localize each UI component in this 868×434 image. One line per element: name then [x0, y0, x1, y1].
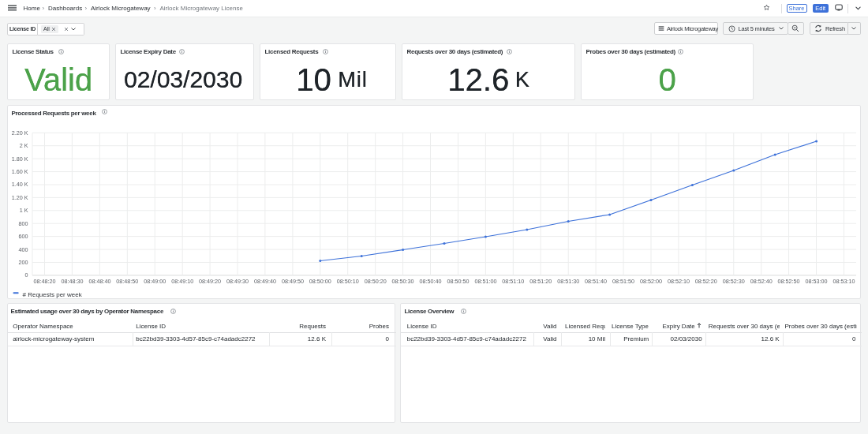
svg-text:08:51:40: 08:51:40: [585, 278, 607, 285]
svg-text:08:52:10: 08:52:10: [668, 278, 690, 285]
svg-text:08:52:40: 08:52:40: [750, 278, 773, 285]
svg-text:08:49:10: 08:49:10: [171, 278, 193, 285]
svg-text:08:51:50: 08:51:50: [612, 278, 634, 285]
svg-text:08:52:20: 08:52:20: [695, 278, 717, 285]
svg-text:08:50:40: 08:50:40: [420, 278, 442, 285]
svg-text:08:52:00: 08:52:00: [640, 278, 662, 285]
svg-text:08:48:20: 08:48:20: [34, 278, 56, 285]
svg-text:1.80 K: 1.80 K: [12, 155, 28, 163]
svg-text:08:48:50: 08:48:50: [116, 278, 138, 285]
svg-text:200: 200: [19, 259, 28, 266]
svg-text:0: 0: [25, 271, 28, 279]
svg-text:08:52:50: 08:52:50: [778, 278, 800, 285]
svg-text:1.40 K: 1.40 K: [12, 181, 28, 188]
svg-text:08:49:40: 08:49:40: [254, 278, 276, 285]
svg-text:08:50:20: 08:50:20: [365, 278, 387, 285]
svg-text:08:49:30: 08:49:30: [226, 278, 249, 285]
svg-text:1 K: 1 K: [20, 207, 28, 214]
svg-text:# Requests per week: # Requests per week: [23, 291, 83, 298]
svg-text:08:51:30: 08:51:30: [557, 278, 579, 285]
svg-text:400: 400: [19, 246, 28, 253]
svg-text:08:53:10: 08:53:10: [833, 278, 855, 285]
svg-text:08:51:20: 08:51:20: [529, 278, 552, 285]
svg-text:08:48:40: 08:48:40: [88, 278, 110, 285]
svg-text:08:50:10: 08:50:10: [337, 278, 359, 285]
svg-text:08:50:00: 08:50:00: [309, 278, 331, 285]
svg-text:08:53:00: 08:53:00: [806, 278, 828, 285]
svg-text:08:49:20: 08:49:20: [199, 278, 221, 285]
svg-text:08:51:00: 08:51:00: [474, 278, 496, 285]
svg-text:08:48:30: 08:48:30: [61, 278, 83, 285]
svg-text:08:50:30: 08:50:30: [392, 278, 414, 285]
svg-text:08:50:50: 08:50:50: [447, 278, 470, 285]
svg-text:08:52:30: 08:52:30: [723, 278, 745, 285]
svg-text:08:49:00: 08:49:00: [144, 278, 166, 285]
svg-text:2.20 K: 2.20 K: [12, 129, 28, 137]
svg-text:08:49:50: 08:49:50: [282, 278, 304, 285]
svg-text:1.60 K: 1.60 K: [12, 168, 28, 175]
svg-text:2 K: 2 K: [20, 142, 28, 149]
svg-text:1.20 K: 1.20 K: [12, 194, 28, 201]
svg-text:800: 800: [19, 220, 28, 227]
svg-text:600: 600: [19, 233, 28, 240]
svg-text:08:51:10: 08:51:10: [502, 278, 524, 285]
